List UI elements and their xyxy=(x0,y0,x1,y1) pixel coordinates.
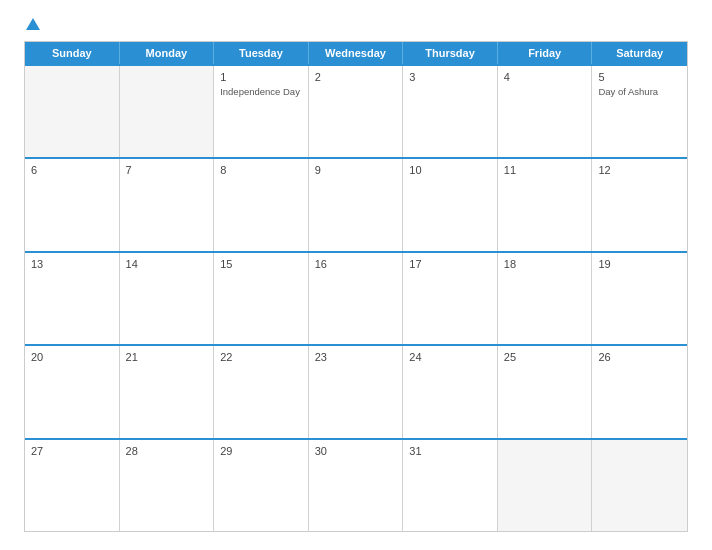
day-number: 29 xyxy=(220,445,302,457)
cal-cell xyxy=(498,440,593,531)
holiday-label: Day of Ashura xyxy=(598,86,681,98)
cal-cell: 28 xyxy=(120,440,215,531)
day-number: 22 xyxy=(220,351,302,363)
weekday-header-tuesday: Tuesday xyxy=(214,42,309,64)
cal-cell: 13 xyxy=(25,253,120,344)
week-row-1: 1Independence Day2345Day of Ashura xyxy=(25,64,687,157)
day-number: 23 xyxy=(315,351,397,363)
cal-cell: 24 xyxy=(403,346,498,437)
cal-cell: 18 xyxy=(498,253,593,344)
weekday-header-row: SundayMondayTuesdayWednesdayThursdayFrid… xyxy=(25,42,687,64)
logo xyxy=(24,18,40,31)
cal-cell: 19 xyxy=(592,253,687,344)
weekday-header-wednesday: Wednesday xyxy=(309,42,404,64)
cal-cell: 17 xyxy=(403,253,498,344)
cal-cell: 6 xyxy=(25,159,120,250)
cal-cell: 7 xyxy=(120,159,215,250)
cal-cell: 21 xyxy=(120,346,215,437)
day-number: 13 xyxy=(31,258,113,270)
day-number: 19 xyxy=(598,258,681,270)
cal-cell xyxy=(120,66,215,157)
day-number: 20 xyxy=(31,351,113,363)
weekday-header-friday: Friday xyxy=(498,42,593,64)
cal-cell: 3 xyxy=(403,66,498,157)
day-number: 18 xyxy=(504,258,586,270)
cal-cell: 27 xyxy=(25,440,120,531)
cal-cell: 16 xyxy=(309,253,404,344)
day-number: 2 xyxy=(315,71,397,83)
cal-cell: 29 xyxy=(214,440,309,531)
day-number: 28 xyxy=(126,445,208,457)
header xyxy=(24,18,688,31)
day-number: 16 xyxy=(315,258,397,270)
cal-cell xyxy=(25,66,120,157)
cal-cell: 20 xyxy=(25,346,120,437)
day-number: 14 xyxy=(126,258,208,270)
day-number: 5 xyxy=(598,71,681,83)
day-number: 25 xyxy=(504,351,586,363)
day-number: 6 xyxy=(31,164,113,176)
cal-cell: 15 xyxy=(214,253,309,344)
day-number: 4 xyxy=(504,71,586,83)
cal-cell: 12 xyxy=(592,159,687,250)
weekday-header-thursday: Thursday xyxy=(403,42,498,64)
cal-cell: 2 xyxy=(309,66,404,157)
cal-cell: 14 xyxy=(120,253,215,344)
holiday-label: Independence Day xyxy=(220,86,302,98)
cal-cell: 4 xyxy=(498,66,593,157)
logo-triangle-icon xyxy=(26,18,40,30)
cal-cell: 9 xyxy=(309,159,404,250)
day-number: 7 xyxy=(126,164,208,176)
day-number: 27 xyxy=(31,445,113,457)
cal-cell: 31 xyxy=(403,440,498,531)
day-number: 30 xyxy=(315,445,397,457)
day-number: 31 xyxy=(409,445,491,457)
cal-cell: 22 xyxy=(214,346,309,437)
cal-cell: 11 xyxy=(498,159,593,250)
cal-cell: 23 xyxy=(309,346,404,437)
weekday-header-sunday: Sunday xyxy=(25,42,120,64)
week-row-2: 6789101112 xyxy=(25,157,687,250)
week-row-3: 13141516171819 xyxy=(25,251,687,344)
cal-cell: 8 xyxy=(214,159,309,250)
page: SundayMondayTuesdayWednesdayThursdayFrid… xyxy=(0,0,712,550)
calendar: SundayMondayTuesdayWednesdayThursdayFrid… xyxy=(24,41,688,532)
cal-cell: 30 xyxy=(309,440,404,531)
day-number: 12 xyxy=(598,164,681,176)
day-number: 26 xyxy=(598,351,681,363)
week-row-5: 2728293031 xyxy=(25,438,687,531)
day-number: 9 xyxy=(315,164,397,176)
day-number: 3 xyxy=(409,71,491,83)
logo-blue-text xyxy=(24,18,40,31)
day-number: 1 xyxy=(220,71,302,83)
day-number: 21 xyxy=(126,351,208,363)
day-number: 15 xyxy=(220,258,302,270)
cal-cell xyxy=(592,440,687,531)
cal-cell: 1Independence Day xyxy=(214,66,309,157)
day-number: 8 xyxy=(220,164,302,176)
cal-cell: 5Day of Ashura xyxy=(592,66,687,157)
week-row-4: 20212223242526 xyxy=(25,344,687,437)
cal-cell: 25 xyxy=(498,346,593,437)
cal-cell: 26 xyxy=(592,346,687,437)
weekday-header-monday: Monday xyxy=(120,42,215,64)
weekday-header-saturday: Saturday xyxy=(592,42,687,64)
day-number: 11 xyxy=(504,164,586,176)
day-number: 24 xyxy=(409,351,491,363)
day-number: 17 xyxy=(409,258,491,270)
day-number: 10 xyxy=(409,164,491,176)
cal-cell: 10 xyxy=(403,159,498,250)
